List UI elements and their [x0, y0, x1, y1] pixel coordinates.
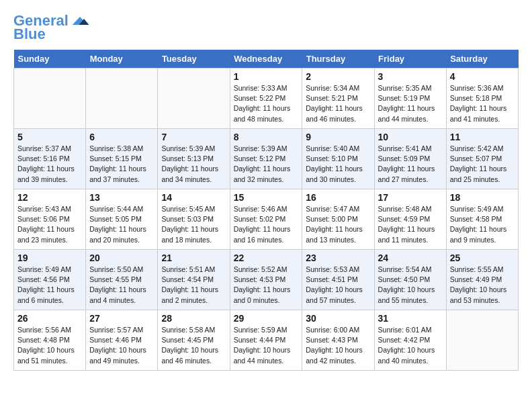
calendar-cell: 13Sunrise: 5:44 AM Sunset: 5:05 PM Dayli…	[86, 189, 158, 250]
cell-info: Sunrise: 5:58 AM Sunset: 4:45 PM Dayligh…	[161, 325, 226, 366]
weekday-header-wednesday: Wednesday	[230, 50, 302, 68]
cell-info: Sunrise: 5:40 AM Sunset: 5:10 PM Dayligh…	[306, 144, 370, 185]
calendar-cell: 3Sunrise: 5:35 AM Sunset: 5:19 PM Daylig…	[374, 68, 446, 129]
cell-info: Sunrise: 5:46 AM Sunset: 5:02 PM Dayligh…	[234, 204, 299, 245]
calendar-cell: 14Sunrise: 5:45 AM Sunset: 5:03 PM Dayli…	[158, 189, 230, 250]
calendar-cell: 20Sunrise: 5:50 AM Sunset: 4:55 PM Dayli…	[86, 250, 158, 310]
cell-info: Sunrise: 6:01 AM Sunset: 4:42 PM Dayligh…	[378, 325, 443, 366]
weekday-header-friday: Friday	[374, 50, 446, 68]
cell-day-number: 11	[450, 132, 515, 142]
cell-info: Sunrise: 5:41 AM Sunset: 5:09 PM Dayligh…	[378, 144, 443, 185]
calendar-cell: 16Sunrise: 5:47 AM Sunset: 5:00 PM Dayli…	[302, 189, 374, 250]
calendar-cell: 10Sunrise: 5:41 AM Sunset: 5:09 PM Dayli…	[374, 129, 446, 189]
calendar-cell: 6Sunrise: 5:38 AM Sunset: 5:15 PM Daylig…	[86, 129, 158, 189]
cell-day-number: 4	[450, 71, 515, 82]
page-header: General Blue	[13, 13, 519, 43]
calendar-cell: 11Sunrise: 5:42 AM Sunset: 5:07 PM Dayli…	[446, 129, 518, 189]
calendar-cell: 7Sunrise: 5:39 AM Sunset: 5:13 PM Daylig…	[158, 129, 230, 189]
cell-day-number: 28	[161, 313, 226, 324]
cell-day-number: 7	[161, 132, 226, 142]
cell-day-number: 18	[450, 192, 515, 203]
cell-day-number: 23	[306, 253, 370, 263]
calendar-cell: 21Sunrise: 5:51 AM Sunset: 4:54 PM Dayli…	[158, 250, 230, 310]
cell-day-number: 8	[234, 132, 299, 142]
calendar-cell	[14, 68, 86, 129]
calendar-cell: 18Sunrise: 5:49 AM Sunset: 4:58 PM Dayli…	[446, 189, 518, 250]
cell-info: Sunrise: 5:34 AM Sunset: 5:21 PM Dayligh…	[306, 83, 370, 124]
cell-info: Sunrise: 5:36 AM Sunset: 5:18 PM Dayligh…	[450, 83, 515, 124]
cell-day-number: 16	[306, 192, 370, 203]
calendar-cell: 2Sunrise: 5:34 AM Sunset: 5:21 PM Daylig…	[302, 68, 374, 129]
cell-day-number: 22	[234, 253, 299, 263]
weekday-header-monday: Monday	[86, 50, 158, 68]
calendar-cell: 29Sunrise: 5:59 AM Sunset: 4:44 PM Dayli…	[230, 310, 302, 371]
cell-info: Sunrise: 5:39 AM Sunset: 5:12 PM Dayligh…	[234, 144, 299, 185]
cell-info: Sunrise: 5:45 AM Sunset: 5:03 PM Dayligh…	[161, 204, 226, 245]
logo-icon	[70, 15, 90, 27]
calendar-cell: 9Sunrise: 5:40 AM Sunset: 5:10 PM Daylig…	[302, 129, 374, 189]
calendar-cell: 28Sunrise: 5:58 AM Sunset: 4:45 PM Dayli…	[158, 310, 230, 371]
weekday-header-saturday: Saturday	[446, 50, 518, 68]
cell-info: Sunrise: 5:59 AM Sunset: 4:44 PM Dayligh…	[234, 325, 299, 366]
calendar-cell: 5Sunrise: 5:37 AM Sunset: 5:16 PM Daylig…	[14, 129, 86, 189]
cell-info: Sunrise: 5:44 AM Sunset: 5:05 PM Dayligh…	[89, 204, 154, 245]
cell-info: Sunrise: 5:48 AM Sunset: 4:59 PM Dayligh…	[378, 204, 443, 245]
cell-info: Sunrise: 5:37 AM Sunset: 5:16 PM Dayligh…	[17, 144, 82, 185]
cell-day-number: 25	[450, 253, 515, 263]
calendar-cell: 8Sunrise: 5:39 AM Sunset: 5:12 PM Daylig…	[230, 129, 302, 189]
calendar-week-1: 1Sunrise: 5:33 AM Sunset: 5:22 PM Daylig…	[14, 68, 519, 129]
cell-info: Sunrise: 5:56 AM Sunset: 4:48 PM Dayligh…	[17, 325, 82, 366]
calendar-week-3: 12Sunrise: 5:43 AM Sunset: 5:06 PM Dayli…	[14, 189, 519, 250]
cell-day-number: 13	[89, 192, 154, 203]
cell-info: Sunrise: 5:49 AM Sunset: 4:56 PM Dayligh…	[17, 265, 82, 306]
cell-day-number: 1	[234, 71, 299, 82]
calendar-cell: 12Sunrise: 5:43 AM Sunset: 5:06 PM Dayli…	[14, 189, 86, 250]
cell-info: Sunrise: 5:53 AM Sunset: 4:51 PM Dayligh…	[306, 265, 370, 306]
cell-day-number: 19	[17, 253, 82, 263]
calendar-week-5: 26Sunrise: 5:56 AM Sunset: 4:48 PM Dayli…	[14, 310, 519, 371]
cell-day-number: 30	[306, 313, 370, 324]
weekday-header-tuesday: Tuesday	[158, 50, 230, 68]
calendar-cell: 27Sunrise: 5:57 AM Sunset: 4:46 PM Dayli…	[86, 310, 158, 371]
cell-info: Sunrise: 5:57 AM Sunset: 4:46 PM Dayligh…	[89, 325, 154, 366]
cell-info: Sunrise: 6:00 AM Sunset: 4:43 PM Dayligh…	[306, 325, 370, 366]
cell-day-number: 2	[306, 71, 370, 82]
cell-day-number: 26	[17, 313, 82, 324]
calendar-cell: 4Sunrise: 5:36 AM Sunset: 5:18 PM Daylig…	[446, 68, 518, 129]
calendar-cell	[446, 310, 518, 371]
cell-day-number: 15	[234, 192, 299, 203]
logo-blue: Blue	[13, 26, 46, 43]
cell-day-number: 6	[89, 132, 154, 142]
cell-day-number: 27	[89, 313, 154, 324]
cell-day-number: 21	[161, 253, 226, 263]
cell-day-number: 12	[17, 192, 82, 203]
calendar-week-4: 19Sunrise: 5:49 AM Sunset: 4:56 PM Dayli…	[14, 250, 519, 310]
cell-info: Sunrise: 5:42 AM Sunset: 5:07 PM Dayligh…	[450, 144, 515, 185]
calendar-cell: 26Sunrise: 5:56 AM Sunset: 4:48 PM Dayli…	[14, 310, 86, 371]
cell-day-number: 31	[378, 313, 443, 324]
weekday-header-thursday: Thursday	[302, 50, 374, 68]
cell-info: Sunrise: 5:51 AM Sunset: 4:54 PM Dayligh…	[161, 265, 226, 306]
cell-info: Sunrise: 5:52 AM Sunset: 4:53 PM Dayligh…	[234, 265, 299, 306]
calendar-cell: 17Sunrise: 5:48 AM Sunset: 4:59 PM Dayli…	[374, 189, 446, 250]
weekday-header-sunday: Sunday	[14, 50, 86, 68]
cell-info: Sunrise: 5:38 AM Sunset: 5:15 PM Dayligh…	[89, 144, 154, 185]
calendar-cell	[158, 68, 230, 129]
cell-info: Sunrise: 5:33 AM Sunset: 5:22 PM Dayligh…	[234, 83, 299, 124]
cell-info: Sunrise: 5:54 AM Sunset: 4:50 PM Dayligh…	[378, 265, 443, 306]
calendar-cell: 15Sunrise: 5:46 AM Sunset: 5:02 PM Dayli…	[230, 189, 302, 250]
cell-day-number: 29	[234, 313, 299, 324]
calendar: SundayMondayTuesdayWednesdayThursdayFrid…	[13, 50, 519, 371]
logo: General Blue	[13, 13, 90, 43]
cell-day-number: 14	[161, 192, 226, 203]
cell-day-number: 9	[306, 132, 370, 142]
calendar-cell: 31Sunrise: 6:01 AM Sunset: 4:42 PM Dayli…	[374, 310, 446, 371]
calendar-cell	[86, 68, 158, 129]
cell-day-number: 5	[17, 132, 82, 142]
cell-day-number: 3	[378, 71, 443, 82]
cell-day-number: 24	[378, 253, 443, 263]
cell-info: Sunrise: 5:49 AM Sunset: 4:58 PM Dayligh…	[450, 204, 515, 245]
calendar-cell: 22Sunrise: 5:52 AM Sunset: 4:53 PM Dayli…	[230, 250, 302, 310]
cell-day-number: 10	[378, 132, 443, 142]
cell-info: Sunrise: 5:39 AM Sunset: 5:13 PM Dayligh…	[161, 144, 226, 185]
